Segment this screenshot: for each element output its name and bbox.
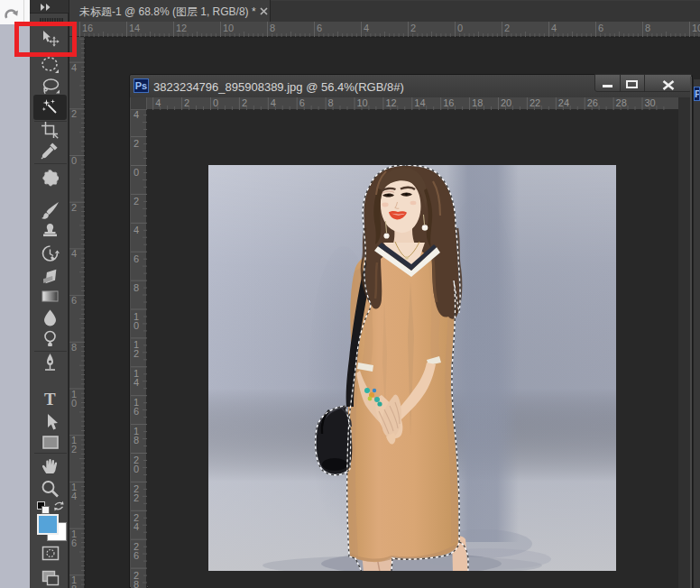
svg-text:18: 18 <box>472 97 483 108</box>
svg-text:4: 4 <box>155 97 161 108</box>
svg-text:0: 0 <box>134 320 139 331</box>
svg-text:8: 8 <box>645 23 650 33</box>
svg-text:T: T <box>44 390 56 409</box>
svg-text:8: 8 <box>134 282 139 293</box>
svg-text:14: 14 <box>129 23 140 33</box>
svg-text:2: 2 <box>134 348 139 359</box>
svg-text:14: 14 <box>414 97 425 108</box>
svg-text:4: 4 <box>71 248 77 259</box>
svg-text:0: 0 <box>71 398 77 409</box>
svg-text:4: 4 <box>134 377 139 388</box>
svg-text:0: 0 <box>457 23 463 33</box>
svg-text:8: 8 <box>134 435 139 446</box>
svg-text:6: 6 <box>71 295 77 306</box>
svg-text:2: 2 <box>134 138 139 149</box>
svg-text:24: 24 <box>558 97 569 108</box>
svg-text:6: 6 <box>71 537 77 548</box>
svg-text:4: 4 <box>271 97 276 108</box>
svg-text:16: 16 <box>443 97 454 108</box>
svg-text:8: 8 <box>270 23 275 33</box>
svg-text:0: 0 <box>134 167 139 178</box>
svg-text:12: 12 <box>176 23 187 33</box>
svg-text:4: 4 <box>134 521 139 532</box>
svg-text:2: 2 <box>242 97 247 108</box>
svg-text:4: 4 <box>551 23 557 33</box>
svg-text:4: 4 <box>71 491 77 501</box>
svg-text:2: 2 <box>71 202 77 213</box>
svg-text:2: 2 <box>410 23 416 33</box>
svg-text:0: 0 <box>71 155 77 166</box>
svg-text:10: 10 <box>692 23 700 33</box>
svg-text:8: 8 <box>71 583 77 588</box>
svg-text:2: 2 <box>504 23 510 33</box>
svg-text:10: 10 <box>223 23 234 33</box>
svg-text:2: 2 <box>184 97 189 108</box>
svg-text:8: 8 <box>71 342 77 353</box>
svg-text:2: 2 <box>134 196 139 207</box>
svg-text:6: 6 <box>598 23 603 33</box>
svg-text:6: 6 <box>134 253 139 264</box>
svg-text:6: 6 <box>134 550 139 561</box>
svg-text:6: 6 <box>317 23 322 33</box>
svg-text:2: 2 <box>71 444 77 455</box>
svg-text:4: 4 <box>364 23 369 33</box>
svg-text:0: 0 <box>134 464 139 474</box>
svg-text:0: 0 <box>213 97 218 108</box>
svg-text:12: 12 <box>385 97 396 108</box>
svg-text:2: 2 <box>71 108 77 119</box>
svg-text:8: 8 <box>134 579 139 588</box>
svg-text:22: 22 <box>530 97 540 108</box>
svg-text:20: 20 <box>501 97 511 108</box>
svg-text:8: 8 <box>328 97 334 108</box>
svg-text:16: 16 <box>82 23 93 33</box>
svg-text:6: 6 <box>299 97 305 108</box>
svg-text:26: 26 <box>587 97 598 108</box>
svg-text:10: 10 <box>357 97 368 108</box>
svg-text:4: 4 <box>134 225 139 235</box>
svg-text:28: 28 <box>616 97 627 108</box>
svg-text:2: 2 <box>134 492 139 503</box>
svg-text:6: 6 <box>134 406 139 417</box>
svg-text:4: 4 <box>71 62 77 73</box>
svg-text:4: 4 <box>134 109 139 120</box>
svg-text:30: 30 <box>645 97 656 108</box>
